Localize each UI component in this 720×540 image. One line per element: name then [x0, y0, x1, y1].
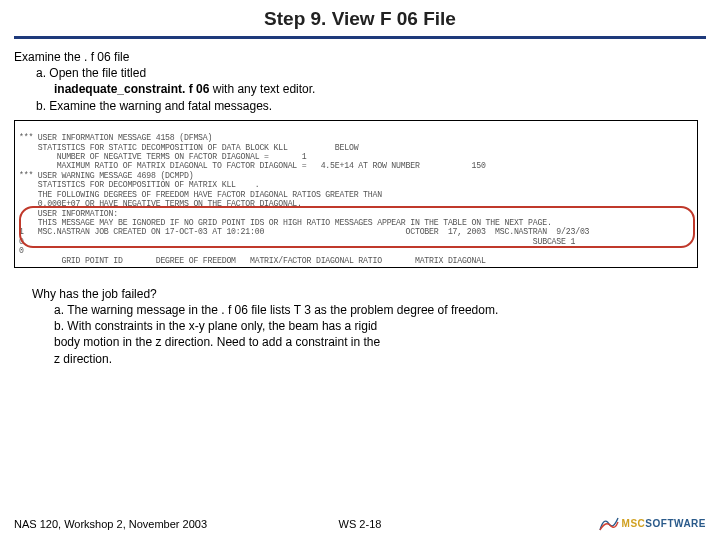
q1-b-text: Examine the warning and fatal messages. — [49, 99, 272, 113]
footer-logo: MSCSOFTWARE — [598, 514, 706, 534]
title-rule — [14, 36, 706, 39]
q2-a-label: a. — [54, 303, 64, 317]
logo-text-b: SOFTWARE — [645, 518, 706, 529]
f06-l2: STATISTICS FOR STATIC DECOMPOSITION OF D… — [19, 143, 358, 152]
q1-a-text: Open the file titled — [49, 66, 146, 80]
f06-l9: USER INFORMATION: — [19, 209, 118, 218]
f06-l13: 0 — [19, 246, 24, 255]
logo-icon — [598, 514, 620, 532]
f06-l6: STATISTICS FOR DECOMPOSITION OF MATRIX K… — [19, 180, 259, 189]
f06-l3: NUMBER OF NEGATIVE TERMS ON FACTOR DIAGO… — [19, 152, 307, 161]
f06-l10: THIS MESSAGE MAY BE IGNORED IF NO GRID P… — [19, 218, 552, 227]
f06-l8: 0.000E+07 OR HAVE NEGATIVE TERMS ON THE … — [19, 199, 302, 208]
f06-l7: THE FOLLOWING DEGREES OF FREEDOM HAVE FA… — [19, 190, 382, 199]
f06-l14: GRID POINT ID DEGREE OF FREEDOM MATRIX/F… — [19, 256, 486, 265]
f06-l11: 1 MSC.NASTRAN JOB CREATED ON 17-OCT-03 A… — [19, 227, 589, 236]
q2-a: a. The warning message in the . f 06 fil… — [54, 302, 706, 318]
q2-b: b. With constraints in the x-y plane onl… — [54, 318, 384, 367]
q2-b-text: With constraints in the x-y plane only, … — [54, 319, 380, 365]
q1-intro: Examine the . f 06 file — [14, 49, 706, 65]
q1-a-tail: with any text editor. — [209, 82, 315, 96]
f06-l5: *** USER WARNING MESSAGE 4698 (DCMPD) — [19, 171, 193, 180]
q1-a-file: inadequate_constraint. f 06 — [54, 82, 209, 96]
f06-listing: *** USER INFORMATION MESSAGE 4158 (DFMSA… — [14, 120, 698, 268]
q1-a-body: inadequate_constraint. f 06 with any tex… — [54, 81, 706, 97]
f06-l4: MAXIMUM RATIO OF MATRIX DIAGONAL TO FACT… — [19, 161, 486, 170]
page-title: Step 9. View F 06 File — [0, 0, 720, 36]
q2-b-label: b. — [54, 319, 64, 333]
f06-l1: *** USER INFORMATION MESSAGE 4158 (DFMSA… — [19, 133, 212, 142]
q1-b-label: b. — [36, 99, 46, 113]
body: Examine the . f 06 file a. Open the file… — [0, 49, 720, 367]
q1-b: b. Examine the warning and fatal message… — [36, 98, 706, 114]
logo-text-a: MSC — [622, 518, 646, 529]
q2-intro: Why has the job failed? — [32, 286, 706, 302]
q1-a: a. Open the file titled — [36, 65, 706, 81]
f06-l12: 0 SUBCASE 1 — [19, 237, 575, 246]
q1-a-label: a. — [36, 66, 46, 80]
q2-a-text: The warning message in the . f 06 file l… — [67, 303, 498, 317]
